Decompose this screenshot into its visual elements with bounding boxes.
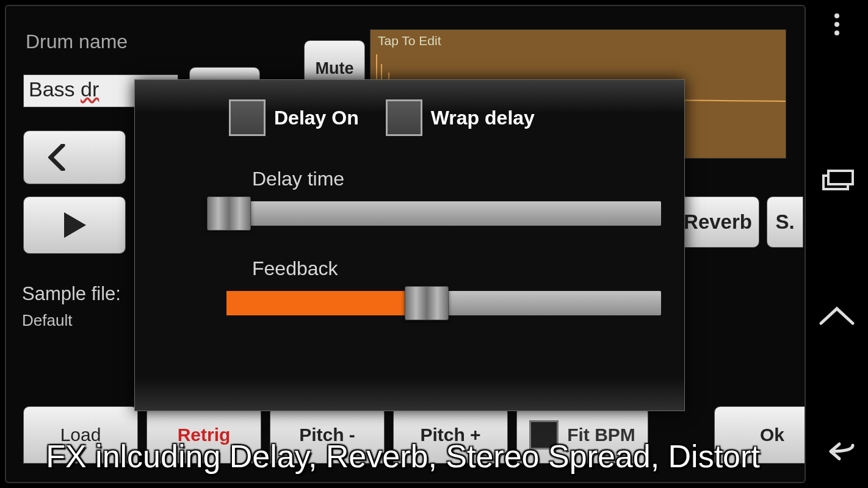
s-tab[interactable]: S. [767,196,803,248]
waveform-hint: Tap To Edit [378,34,441,48]
play-icon [59,210,90,240]
feedback-slider[interactable] [226,291,661,315]
slider-thumb[interactable] [207,196,251,231]
reverb-tab[interactable]: Reverb [676,196,759,248]
back-icon[interactable] [819,439,855,464]
checkbox-box-icon [386,99,422,136]
svg-point-2 [834,30,839,35]
slider-fill [226,291,427,315]
sample-file-label: Sample file: [22,283,121,305]
drum-name-text-pre: Bass [29,77,81,101]
app-window: Drum name Bass dr Mute Tap To Edit Rever… [5,5,806,483]
sample-file-value: Default [22,311,72,330]
drum-name-label: Drum name [26,30,128,53]
svg-point-0 [834,13,839,18]
home-icon[interactable] [819,305,855,329]
drum-name-text-typo: dr [81,77,99,101]
svg-rect-4 [828,171,853,184]
delay-on-label: Delay On [274,107,359,129]
android-nav-bar [806,0,868,488]
checkbox-box-icon [229,99,266,136]
wrap-delay-label: Wrap delay [431,107,535,129]
prev-button[interactable] [23,131,126,184]
overflow-menu-icon[interactable] [827,12,847,39]
mute-group-button[interactable]: Mute [304,40,365,83]
delay-time-label: Delay time [252,168,657,190]
slider-thumb[interactable] [405,286,449,320]
delay-settings-dialog: Delay On Wrap delay Delay time Feedback [134,79,685,411]
wrap-delay-checkbox[interactable]: Wrap delay [386,99,535,136]
promo-caption: FX inlcuding Delay, Reverb, Stereo Sprea… [0,438,806,475]
recent-apps-icon[interactable] [820,168,854,195]
delay-time-slider[interactable] [226,201,661,226]
delay-on-checkbox[interactable]: Delay On [229,99,359,136]
play-button[interactable] [23,196,126,254]
feedback-label: Feedback [252,257,657,280]
svg-point-1 [834,22,839,27]
chevron-left-icon [48,144,67,171]
